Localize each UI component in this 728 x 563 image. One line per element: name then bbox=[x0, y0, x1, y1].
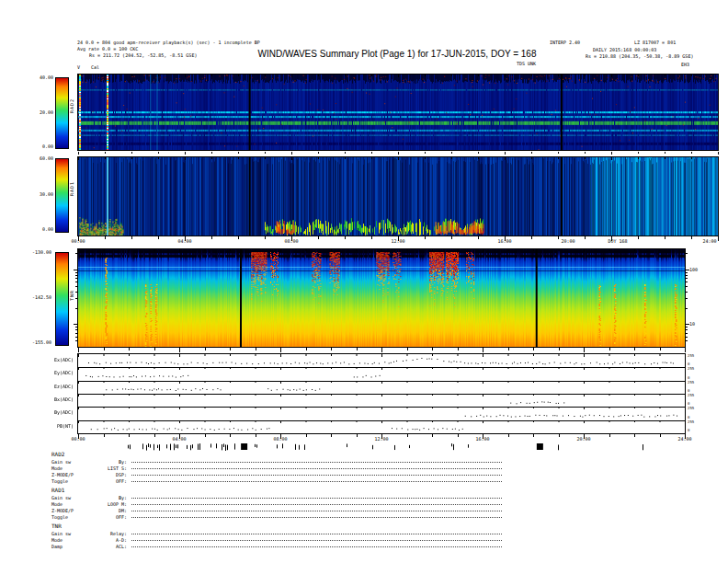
axis-tick bbox=[432, 434, 433, 437]
footer-status-row: Z-MODE/PDM: bbox=[51, 507, 502, 513]
footer-section-title: RAD2 bbox=[51, 451, 502, 458]
footer-status-row: Gain swBy: bbox=[51, 494, 502, 500]
footer-status-row: ModeLOOP M: bbox=[51, 500, 502, 507]
axis-tick bbox=[609, 434, 610, 437]
footer-row-label: Gain sw bbox=[51, 495, 90, 500]
axis-tick bbox=[665, 152, 665, 154]
axis-tick bbox=[451, 236, 452, 239]
axis-tick bbox=[158, 152, 159, 154]
axis-tick bbox=[131, 236, 132, 239]
footer-row-label: Toggle bbox=[51, 514, 90, 520]
tnr-freq-tick bbox=[75, 275, 77, 276]
strip-charts bbox=[78, 354, 685, 433]
time-tick-label: 08:00 bbox=[268, 436, 292, 442]
header-left-line1: 24 0.0 + 804 good apm-receiver playback(… bbox=[77, 40, 260, 45]
footer-row-value: DM: bbox=[90, 508, 131, 513]
footer-status-row: ModeLIST S: bbox=[51, 465, 502, 471]
strip-scale-max: 255 bbox=[688, 367, 694, 371]
footer-row-value: LIST S: bbox=[90, 465, 131, 471]
axis-tick bbox=[559, 434, 560, 437]
axis-tick bbox=[691, 152, 692, 154]
axis-tick bbox=[609, 348, 610, 350]
rad2-spectrogram bbox=[78, 75, 718, 150]
footer-row-value: By: bbox=[90, 459, 131, 465]
rad1-cb-tick-mid: 30.00 bbox=[22, 191, 53, 197]
axis-tick bbox=[660, 434, 661, 437]
voltage-label: V bbox=[77, 64, 80, 70]
axis-tick bbox=[78, 152, 79, 155]
rad1-cb-tick-min: 0.00 bbox=[22, 226, 53, 232]
footer-section-rad1: RAD1Gain swBy:ModeLOOP M:Z-MODE/PDM:Togg… bbox=[51, 487, 502, 520]
rad1-panel bbox=[77, 156, 719, 236]
tnr-freq-tick-100: 100 bbox=[689, 267, 698, 272]
axis-tick bbox=[78, 348, 79, 352]
tnr-freq-tick bbox=[686, 272, 688, 273]
axis-tick bbox=[129, 434, 130, 437]
time-tick-label: 16:00 bbox=[493, 238, 517, 244]
strip-scale-max: 255 bbox=[688, 420, 694, 424]
tnr-panel bbox=[77, 248, 686, 348]
strip-label: Ey(ADC) bbox=[39, 370, 74, 375]
tnr-freq-tick bbox=[75, 272, 77, 273]
footer-row-label: Mode bbox=[51, 465, 90, 471]
axis-tick bbox=[185, 152, 186, 155]
tnr-freq-tick bbox=[75, 329, 77, 330]
axis-tick bbox=[371, 152, 372, 154]
axis-tick bbox=[238, 236, 239, 239]
tnr-freq-tick bbox=[686, 275, 688, 276]
axis-tick bbox=[585, 152, 586, 154]
tnr-colorbar bbox=[55, 252, 69, 346]
axis-tick bbox=[306, 348, 307, 350]
footer-status-dots bbox=[131, 534, 502, 534]
quality-flag-marks bbox=[78, 442, 685, 451]
time-tick-label: 12:00 bbox=[386, 238, 410, 244]
strip-scale-max: 255 bbox=[688, 354, 694, 358]
axis-tick bbox=[345, 236, 346, 239]
axis-tick bbox=[129, 348, 130, 350]
rad1-spectrogram bbox=[78, 157, 718, 236]
axis-tick bbox=[211, 236, 212, 239]
footer-status-row: Gain swRelay: bbox=[51, 530, 502, 536]
footer-row-label: Toggle bbox=[51, 478, 90, 484]
footer-status-dots bbox=[131, 468, 502, 469]
footer-status-dots bbox=[131, 504, 502, 505]
strip-scale-max: 255 bbox=[688, 394, 694, 397]
tnr-freq-tick bbox=[686, 327, 688, 327]
axis-tick bbox=[211, 152, 212, 154]
tnr-freq-tick bbox=[686, 270, 689, 270]
axis-tick bbox=[665, 236, 665, 239]
tnr-freq-tick bbox=[75, 282, 77, 282]
footer-row-value: Relay: bbox=[90, 531, 131, 536]
axis-tick bbox=[205, 434, 206, 437]
tnr-freq-tick bbox=[686, 298, 688, 299]
footer-section-title: RAD1 bbox=[51, 487, 502, 494]
footer-row-label: Gain sw bbox=[51, 531, 90, 536]
footer-status-dots bbox=[131, 517, 502, 518]
axis-tick bbox=[638, 152, 639, 154]
axis-tick bbox=[634, 348, 635, 350]
axis-tick bbox=[531, 152, 532, 154]
tnr-freq-tick bbox=[686, 340, 688, 341]
header-right-tag: EH3 bbox=[681, 62, 689, 67]
axis-tick bbox=[104, 348, 105, 350]
footer-status-dots bbox=[131, 475, 502, 476]
tnr-freq-tick bbox=[74, 270, 77, 270]
wind-waves-summary-page: 24 0.0 + 804 good apm-receiver playback(… bbox=[0, 0, 728, 563]
time-tick-label: 20:00 bbox=[556, 238, 580, 244]
footer-row-label: Gain sw bbox=[51, 459, 90, 465]
axis-tick bbox=[154, 434, 155, 437]
axis-tick bbox=[291, 152, 292, 155]
tnr-cb-tick-min: -155.00 bbox=[20, 339, 51, 345]
tnr-freq-tick bbox=[686, 333, 688, 334]
axis-tick bbox=[381, 348, 382, 352]
footer-row-label: Mode bbox=[51, 501, 90, 507]
axis-tick bbox=[205, 348, 206, 350]
tnr-freq-tick bbox=[75, 292, 77, 293]
axis-tick bbox=[533, 348, 534, 350]
axis-tick bbox=[230, 434, 231, 437]
rad1-cb-tick-max: 60.00 bbox=[22, 155, 53, 161]
rad2-cb-tick-max: 40.00 bbox=[22, 75, 53, 80]
tnr-freq-tick bbox=[686, 286, 688, 287]
axis-tick bbox=[451, 152, 452, 154]
rad2-cb-tick-min: 0.00 bbox=[22, 144, 53, 149]
